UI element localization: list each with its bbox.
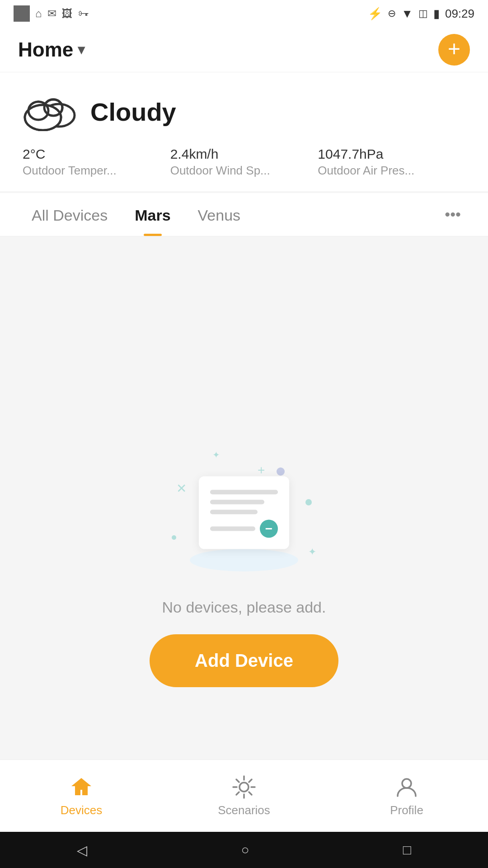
svg-point-18 — [402, 779, 411, 788]
doc-line-3 — [210, 509, 258, 514]
weather-section: Cloudy 2°C Outdoor Temper... 2.4km/h Out… — [0, 72, 488, 191]
app-icon-square — [14, 5, 30, 22]
nav-item-devices[interactable]: Devices — [0, 768, 163, 824]
empty-state: + ✕ ✦ ✦ − — [150, 445, 338, 687]
add-button[interactable]: + — [438, 34, 470, 66]
signal-block-icon: ⊖ — [388, 8, 396, 19]
deco-star-1: ✦ — [212, 449, 220, 460]
back-button[interactable]: ◁ — [77, 842, 87, 858]
home-button[interactable]: ○ — [241, 842, 249, 858]
tab-mars[interactable]: Mars — [121, 193, 184, 236]
weather-stat-pressure: 1047.7hPa Outdoor Air Pres... — [318, 146, 465, 178]
key-icon: 🗝 — [78, 7, 89, 20]
add-device-button[interactable]: Add Device — [150, 634, 338, 687]
status-bar-left: ⌂ ✉ 🖼 🗝 — [14, 5, 89, 22]
weather-stat-wind: 2.4km/h Outdoor Wind Sp... — [170, 146, 318, 178]
doc-minus-line — [210, 526, 255, 531]
deco-cross-1: + — [258, 463, 265, 477]
nav-item-scenarios[interactable]: Scenarios — [163, 768, 325, 824]
tab-venus[interactable]: Venus — [184, 193, 254, 236]
recent-button[interactable]: □ — [403, 842, 411, 858]
photo-icon: 🖼 — [62, 7, 73, 20]
time: 09:29 — [445, 7, 474, 21]
deco-dot-2 — [172, 535, 176, 540]
chevron-down-icon: ▾ — [78, 42, 84, 57]
devices-nav-label: Devices — [61, 803, 102, 817]
deco-dot-1 — [305, 499, 312, 505]
blue-oval — [190, 549, 298, 571]
weather-condition: Cloudy — [90, 97, 176, 127]
header-title[interactable]: Home ▾ — [18, 38, 84, 61]
bottom-nav: Devices Scenarios Profile — [0, 760, 488, 832]
svg-line-17 — [236, 792, 239, 795]
weather-stat-temperature: 2°C Outdoor Temper... — [23, 146, 170, 178]
plus-icon: + — [448, 38, 460, 60]
weather-stats: 2°C Outdoor Temper... 2.4km/h Outdoor Wi… — [23, 146, 465, 178]
doc-line-1 — [210, 490, 278, 494]
profile-nav-label: Profile — [390, 803, 423, 817]
devices-home-icon — [69, 774, 94, 800]
temperature-value: 2°C — [23, 146, 170, 162]
android-nav-bar: ◁ ○ □ — [0, 832, 488, 868]
bluetooth-icon: ⚡ — [368, 7, 382, 21]
minus-circle-icon: − — [260, 519, 278, 538]
scenarios-sun-icon — [231, 774, 257, 800]
svg-point-9 — [239, 783, 249, 792]
doc-minus-row: − — [210, 519, 278, 538]
status-bar-right: ⚡ ⊖ ▼ ◫ ▮ 09:29 — [368, 7, 474, 21]
svg-line-15 — [249, 792, 252, 795]
battery-icon: ▮ — [433, 7, 440, 21]
deco-star-2: ✦ — [308, 546, 316, 558]
cloud-icon — [23, 90, 77, 133]
deco-dot-3 — [277, 467, 285, 476]
wind-value: 2.4km/h — [170, 146, 318, 162]
wind-label: Outdoor Wind Sp... — [170, 164, 318, 178]
weather-main: Cloudy — [23, 90, 465, 133]
header: Home ▾ + — [0, 27, 488, 72]
status-bar: ⌂ ✉ 🖼 🗝 ⚡ ⊖ ▼ ◫ ▮ 09:29 — [0, 0, 488, 27]
profile-icon — [394, 774, 419, 800]
nav-item-profile[interactable]: Profile — [325, 768, 488, 824]
tab-all-devices[interactable]: All Devices — [18, 193, 121, 236]
tab-more-button[interactable]: ••• — [436, 197, 470, 232]
mail-icon: ✉ — [47, 7, 56, 20]
svg-line-14 — [236, 779, 239, 782]
empty-illustration: + ✕ ✦ ✦ − — [167, 445, 321, 580]
signal-off-icon: ◫ — [418, 8, 428, 19]
wifi-icon: ▼ — [401, 7, 413, 21]
doc-line-2 — [210, 500, 264, 504]
home-status-icon: ⌂ — [35, 7, 42, 20]
svg-line-16 — [249, 779, 252, 782]
pressure-label: Outdoor Air Pres... — [318, 164, 465, 178]
scenarios-nav-label: Scenarios — [218, 803, 270, 817]
tabs-section: All Devices Mars Venus ••• — [0, 193, 488, 236]
empty-document: − — [199, 476, 289, 549]
pressure-value: 1047.7hPa — [318, 146, 465, 162]
deco-cross-2: ✕ — [176, 481, 187, 496]
home-label: Home — [18, 38, 73, 61]
temperature-label: Outdoor Temper... — [23, 164, 170, 178]
empty-message: No devices, please add. — [162, 599, 326, 616]
